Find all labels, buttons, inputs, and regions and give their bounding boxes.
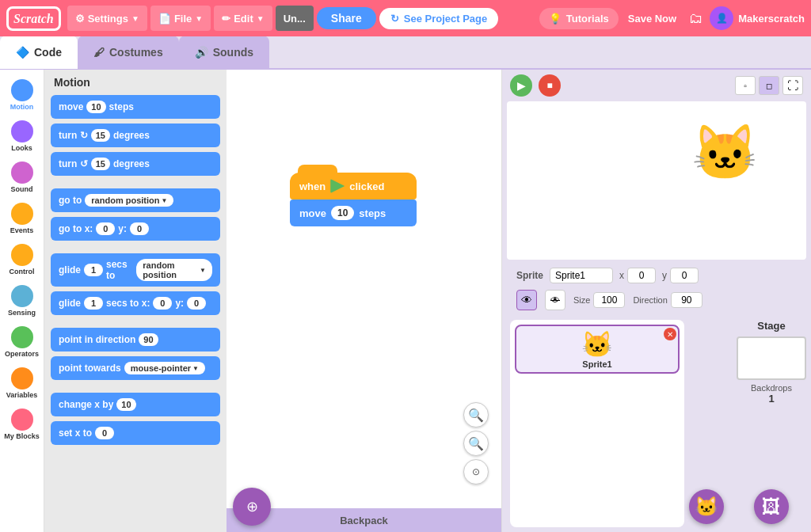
sprite-stage-bottom: ✕ 🐱 Sprite1 🐱 Stage Backdrops 1 🖼: [502, 315, 811, 532]
extensions-button[interactable]: ⊕: [233, 488, 271, 526]
stop-icon: ■: [546, 80, 552, 91]
flag-icon: ▶: [517, 79, 526, 92]
user-avatar-area[interactable]: 👤 Makerscratch: [710, 6, 805, 30]
flag-in-block-icon: [330, 179, 345, 193]
zoom-in-button[interactable]: 🔍: [463, 402, 489, 428]
y-coord-input[interactable]: [670, 268, 699, 283]
block-change-x[interactable]: change x by 10: [51, 393, 220, 416]
sprite-delete-button[interactable]: ✕: [664, 328, 676, 340]
share-button[interactable]: Share: [317, 7, 376, 29]
block-glide-xy[interactable]: glide 1 secs to x: 0 y: 0: [51, 291, 220, 315]
stage-view: 🐱: [507, 101, 806, 260]
folder-icon: 🗂: [689, 10, 703, 26]
sprite-info-section: Sprite x y 👁 👁 Size: [502, 260, 811, 315]
sprite-library: ✕ 🐱 Sprite1 🐱: [502, 315, 732, 532]
code-icon: 🔷: [16, 46, 29, 59]
direction-input[interactable]: [671, 292, 702, 308]
unshared-button[interactable]: Un...: [276, 6, 314, 31]
category-my-blocks[interactable]: My Blocks: [2, 405, 43, 443]
category-looks[interactable]: Looks: [2, 117, 43, 155]
stage-panel: Stage Backdrops 1 🖼: [732, 315, 811, 532]
green-flag-button[interactable]: ▶: [510, 74, 532, 97]
avatar-icon: 👤: [716, 13, 728, 24]
category-events[interactable]: Events: [2, 200, 43, 238]
block-turn-cw[interactable]: turn ↻ 15 degrees: [51, 124, 220, 147]
stop-button[interactable]: ■: [539, 74, 561, 97]
event-hat-block[interactable]: when clicked: [290, 173, 417, 200]
block-go-to-xy[interactable]: go to x: 0 y: 0: [51, 217, 220, 241]
script-motion-block[interactable]: move 10 steps: [290, 200, 417, 226]
zoom-in-icon: 🔍: [468, 408, 484, 423]
tab-bar: 🔷 Code 🖌 Costumes 🔊 Sounds: [0, 36, 811, 70]
edit-icon: ✏: [222, 13, 230, 25]
zoom-out-icon: 🔍: [468, 436, 484, 451]
looks-circle: [11, 120, 33, 142]
eye-closed-icon: 👁: [550, 294, 560, 306]
avatar: 👤: [710, 6, 733, 30]
category-sidebar: Motion Looks Sound Events Control Sensin…: [0, 70, 44, 532]
category-sound[interactable]: Sound: [2, 158, 43, 196]
chevron-down-icon: ▼: [257, 14, 265, 23]
zoom-out-button[interactable]: 🔍: [463, 431, 489, 456]
control-circle: [11, 244, 33, 266]
edit-button[interactable]: ✏ Edit ▼: [214, 6, 272, 31]
stage-size-small[interactable]: ▫: [735, 76, 756, 95]
tutorials-button[interactable]: 💡 Tutorials: [539, 8, 619, 29]
settings-button[interactable]: ⚙ Settings ▼: [67, 6, 147, 31]
zoom-reset-button[interactable]: ⊙: [463, 459, 489, 484]
category-motion[interactable]: Motion: [2, 76, 43, 114]
script-area: when clicked move 10 steps 🔍: [227, 70, 502, 532]
scratch-logo: Scratch: [6, 6, 61, 31]
gear-icon: ⚙: [75, 13, 85, 25]
sprite-thumbnail-sprite1[interactable]: ✕ 🐱 Sprite1: [515, 325, 680, 374]
stage-size-large[interactable]: ⛶: [782, 76, 803, 95]
stage-size-buttons: ▫ ◻ ⛶: [735, 76, 803, 95]
block-glide-random[interactable]: glide 1 secs to random position ▼: [51, 253, 220, 287]
stage-right-panel: ▶ ■ ▫ ◻ ⛶ 🐱 Sprite x: [502, 70, 811, 532]
show-sprite-button[interactable]: 👁: [516, 290, 537, 310]
add-backdrop-button[interactable]: 🖼: [754, 489, 789, 524]
sprite-name-input[interactable]: [550, 268, 613, 283]
save-button[interactable]: Save Now: [622, 8, 683, 29]
hide-sprite-button[interactable]: 👁: [545, 290, 565, 310]
see-project-button[interactable]: ↻ See Project Page: [379, 8, 499, 29]
extensions-icon: ⊕: [246, 498, 258, 515]
tab-sounds[interactable]: 🔊 Sounds: [179, 36, 269, 69]
script-block-group: when clicked move 10 steps: [290, 173, 417, 226]
x-coord-input[interactable]: [627, 268, 656, 283]
x-coord-group: x: [619, 268, 656, 283]
tab-costumes[interactable]: 🖌 Costumes: [78, 36, 179, 69]
block-move[interactable]: move 10 steps: [51, 95, 220, 119]
script-canvas[interactable]: when clicked move 10 steps 🔍: [227, 70, 501, 532]
block-go-to[interactable]: go to random position ▼: [51, 188, 220, 212]
block-point-towards[interactable]: point towards mouse-pointer ▼: [51, 356, 220, 380]
chevron-down-icon: ▼: [195, 14, 203, 23]
motion-circle: [11, 79, 33, 101]
sensing-circle: [11, 285, 33, 307]
block-point-direction[interactable]: point in direction 90: [51, 328, 220, 352]
category-operators[interactable]: Operators: [2, 323, 43, 361]
folder-button[interactable]: 🗂: [686, 7, 706, 30]
category-variables[interactable]: Variables: [2, 364, 43, 402]
block-turn-ccw[interactable]: turn ↺ 15 degrees: [51, 152, 220, 176]
stage-thumbnail[interactable]: [737, 336, 806, 380]
chevron-down-icon: ▼: [131, 14, 139, 23]
block-set-x[interactable]: set x to 0: [51, 421, 220, 445]
variables-circle: [11, 367, 33, 390]
category-control[interactable]: Control: [2, 241, 43, 279]
sprite-info-bar: Sprite x y: [508, 263, 805, 288]
sprite-vis-row: 👁 👁 Size Direction: [508, 288, 805, 312]
stage-size-medium[interactable]: ◻: [759, 76, 779, 95]
sound-circle: [11, 162, 33, 184]
size-input[interactable]: [593, 292, 625, 308]
sound-icon: 🔊: [195, 46, 208, 59]
add-sprite-button[interactable]: 🐱: [689, 489, 724, 524]
direction-group: Direction: [633, 292, 702, 308]
stage-controls: ▶ ■: [510, 74, 561, 97]
category-sensing[interactable]: Sensing: [2, 282, 43, 320]
file-icon: 📄: [158, 13, 171, 25]
block-palette: Motion move 10 steps turn ↻ 15 degrees t…: [44, 70, 227, 532]
file-button[interactable]: 📄 File ▼: [150, 6, 211, 31]
sprite-icon: 🐱: [581, 329, 613, 359]
tab-code[interactable]: 🔷 Code: [0, 36, 78, 69]
